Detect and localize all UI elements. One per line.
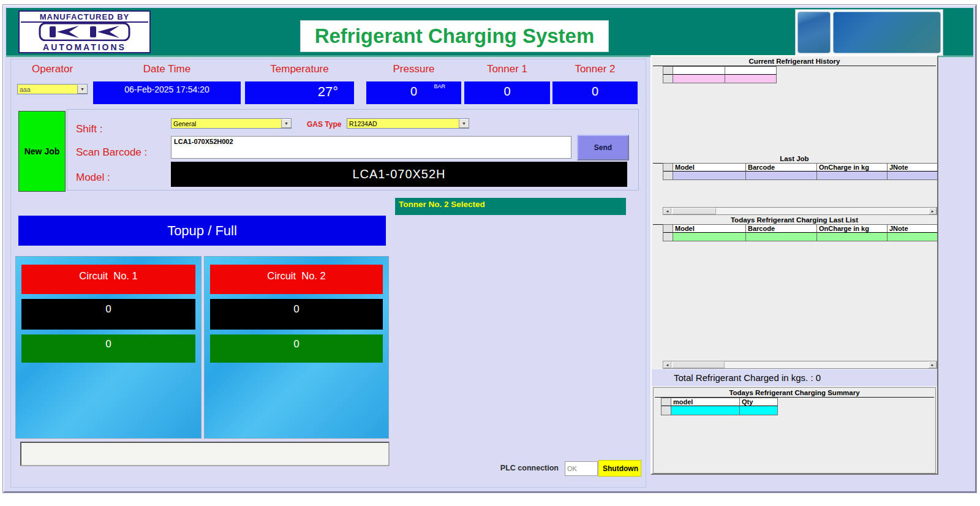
header-cell: Qty xyxy=(740,398,778,406)
circuit2-panel: Circuit No. 2 0 0 xyxy=(204,256,389,439)
header-cell: JNote xyxy=(888,225,938,233)
total-charged-label: Total Refrigerant Charged in kgs. : 0 xyxy=(652,369,937,386)
row-selector-cell xyxy=(663,67,673,75)
last-job-title: Last Job xyxy=(653,155,936,164)
header-cell: OnCharge in kg xyxy=(817,225,888,233)
circuit2-charge-value: 0 xyxy=(210,299,383,330)
last-job-hscrollbar[interactable]: ◄ ► xyxy=(663,207,937,215)
gas-type-value: R1234AD xyxy=(347,120,459,127)
header-cell: JNote xyxy=(888,164,938,172)
row-selector-cell xyxy=(662,406,671,415)
scroll-right-icon[interactable]: ► xyxy=(929,361,937,368)
plc-status-field[interactable] xyxy=(565,461,598,476)
screen: MANUFACTURED BY AUTOMATIONS SINCE 1997 R… xyxy=(0,0,980,506)
tonner1-label: Tonner 1 xyxy=(464,63,550,77)
cell xyxy=(673,75,725,83)
scan-barcode-label: Scan Barcode : xyxy=(76,146,147,159)
shift-label: Shift : xyxy=(76,123,102,135)
gas-type-combobox[interactable]: R1234AD ▼ xyxy=(347,118,469,129)
circuit2-title: Circuit No. 2 xyxy=(210,265,383,294)
pressure-unit: BAR xyxy=(434,83,445,89)
table-row[interactable] xyxy=(663,172,938,180)
shutdown-button[interactable]: Shutdown xyxy=(598,460,641,477)
chevron-down-icon[interactable]: ▼ xyxy=(459,119,469,128)
cell xyxy=(746,233,817,241)
cell xyxy=(888,172,938,180)
circuit1-panel: Circuit No. 1 0 0 xyxy=(15,256,202,439)
datetime-label: Date Time xyxy=(93,63,241,77)
table-header-row: Model Barcode OnCharge in kg JNote xyxy=(663,164,938,172)
tonner2-label: Tonner 2 xyxy=(552,63,638,77)
operator-label: Operator xyxy=(17,63,88,77)
message-box xyxy=(20,442,390,466)
table-header-row: Model Barcode OnCharge in kg JNote xyxy=(663,225,938,233)
scroll-right-icon[interactable]: ► xyxy=(929,208,937,214)
header-cell: Barcode xyxy=(746,164,817,172)
row-selector-cell xyxy=(663,75,673,83)
gas-type-label: GAS Type xyxy=(307,120,341,129)
page-title: Refrigerant Charging System xyxy=(300,20,609,52)
new-job-button[interactable]: New Job xyxy=(18,111,66,192)
history-table[interactable] xyxy=(663,66,777,83)
cell xyxy=(673,172,746,180)
header-cell xyxy=(673,67,725,75)
manufacturer-logo: MANUFACTURED BY AUTOMATIONS SINCE 1997 xyxy=(18,10,151,53)
header-cell: Model xyxy=(673,225,746,233)
header-photo-right xyxy=(833,12,941,53)
operator-value: aaa xyxy=(18,86,77,93)
circuit1-charge-value: 0 xyxy=(21,299,195,330)
scroll-left-icon[interactable]: ◄ xyxy=(663,208,671,214)
header-band: MANUFACTURED BY AUTOMATIONS SINCE 1997 R… xyxy=(6,8,973,58)
pressure-value: 0 xyxy=(366,81,461,99)
cell xyxy=(888,233,938,241)
job-form-panel: Shift : General ▼ GAS Type R1234AD ▼ Sca… xyxy=(67,109,639,191)
cell xyxy=(725,75,777,83)
shift-combobox[interactable]: General ▼ xyxy=(171,118,292,129)
charge-mode-banner: Topup / Full xyxy=(18,216,386,246)
scrollbar-thumb[interactable] xyxy=(672,208,716,214)
model-display: LCA1-070X52H xyxy=(171,162,627,187)
circuit1-target-value: 0 xyxy=(21,334,195,363)
header-cell: Model xyxy=(673,164,746,172)
scroll-left-icon[interactable]: ◄ xyxy=(663,361,671,368)
last-job-table[interactable]: Model Barcode OnCharge in kg JNote xyxy=(663,163,938,180)
table-header-row xyxy=(663,67,777,75)
logo-since-text: SINCE 1997 xyxy=(20,51,149,53)
tonner1-display: 0 xyxy=(464,81,550,104)
chevron-down-icon[interactable]: ▼ xyxy=(281,119,291,128)
table-row[interactable] xyxy=(663,233,938,241)
tonner-selected-banner: Tonner No. 2 Selected xyxy=(395,198,626,215)
table-row[interactable] xyxy=(663,75,777,83)
scan-barcode-input[interactable] xyxy=(171,136,571,159)
plc-connection-label: PLC connection xyxy=(436,464,559,472)
row-selector-cell xyxy=(663,233,673,241)
history-title: Current Refrigerant History xyxy=(653,58,936,66)
temperature-label: Temperature xyxy=(245,63,354,77)
todays-list-hscrollbar[interactable]: ◄ ► xyxy=(663,361,937,369)
header-cell: model xyxy=(671,398,740,406)
shift-value: General xyxy=(172,120,281,127)
tonner2-display: 0 xyxy=(552,81,638,104)
summary-title: Todays Refrigerant Charging Summary xyxy=(655,389,934,398)
circuit2-target-value: 0 xyxy=(210,334,383,363)
table-header-row: model Qty xyxy=(662,398,778,406)
todays-list-title: Todays Refrigerant Charging Last List xyxy=(653,216,936,225)
summary-table[interactable]: model Qty xyxy=(661,398,778,415)
row-selector-cell xyxy=(663,172,673,180)
cell xyxy=(817,172,888,180)
header-cell: OnCharge in kg xyxy=(817,164,888,172)
send-button[interactable]: Send xyxy=(577,135,629,160)
pressure-label: Pressure xyxy=(366,63,461,77)
header-photo xyxy=(795,9,943,56)
datetime-display: 06-Feb-2025 17:54:20 xyxy=(93,81,241,104)
temperature-display: 27° xyxy=(245,81,354,104)
operator-combobox[interactable]: aaa ▼ xyxy=(17,84,88,94)
table-row[interactable] xyxy=(662,406,778,415)
todays-list-table[interactable]: Model Barcode OnCharge in kg JNote xyxy=(663,224,938,241)
scrollbar-thumb[interactable] xyxy=(672,361,725,368)
cell xyxy=(817,233,888,241)
chevron-down-icon[interactable]: ▼ xyxy=(77,85,87,94)
header-cell xyxy=(725,67,777,75)
header-photo-left xyxy=(797,12,831,53)
row-selector-cell xyxy=(663,164,673,172)
